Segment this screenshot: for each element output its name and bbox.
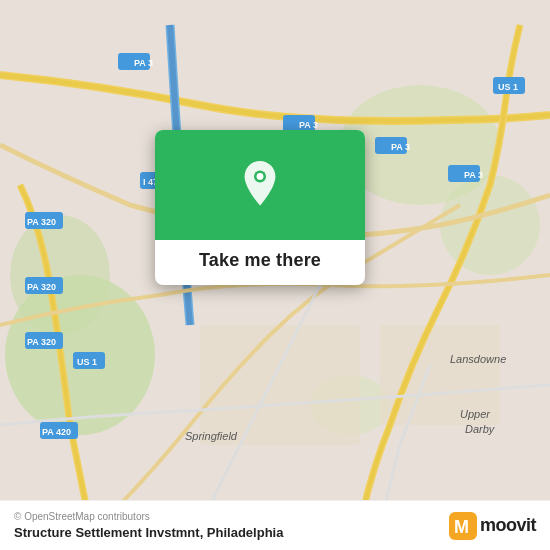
svg-text:M: M: [454, 517, 469, 537]
svg-text:PA 420: PA 420: [42, 427, 71, 437]
svg-text:US 1: US 1: [498, 82, 518, 92]
svg-text:Upper: Upper: [460, 408, 491, 420]
svg-text:US 1: US 1: [77, 357, 97, 367]
take-me-there-button[interactable]: Take me there: [155, 240, 365, 285]
moovit-icon: M: [449, 512, 477, 540]
svg-point-35: [257, 173, 264, 180]
moovit-logo: M moovit: [449, 512, 536, 540]
location-pin-icon: [236, 161, 284, 209]
svg-text:Darby: Darby: [465, 423, 496, 435]
svg-text:Springfield: Springfield: [185, 430, 238, 442]
bottom-bar: © OpenStreetMap contributors Structure S…: [0, 500, 550, 550]
map-container: PA 3 PA 3 PA 3 PA 3 US 1 I 476 PA 320 PA…: [0, 0, 550, 550]
svg-text:PA 3: PA 3: [134, 58, 153, 68]
bottom-info: © OpenStreetMap contributors Structure S…: [14, 511, 283, 540]
osm-attribution: © OpenStreetMap contributors: [14, 511, 283, 522]
svg-text:Lansdowne: Lansdowne: [450, 353, 506, 365]
svg-text:PA 3: PA 3: [299, 120, 318, 130]
moovit-text: moovit: [480, 515, 536, 536]
svg-text:PA 3: PA 3: [391, 142, 410, 152]
popup-card: Take me there: [155, 130, 365, 285]
svg-text:PA 3: PA 3: [464, 170, 483, 180]
location-name: Structure Settlement Invstmnt, Philadelp…: [14, 525, 283, 540]
popup-green-area: [155, 130, 365, 240]
svg-text:PA 320: PA 320: [27, 337, 56, 347]
svg-text:PA 320: PA 320: [27, 217, 56, 227]
svg-text:PA 320: PA 320: [27, 282, 56, 292]
